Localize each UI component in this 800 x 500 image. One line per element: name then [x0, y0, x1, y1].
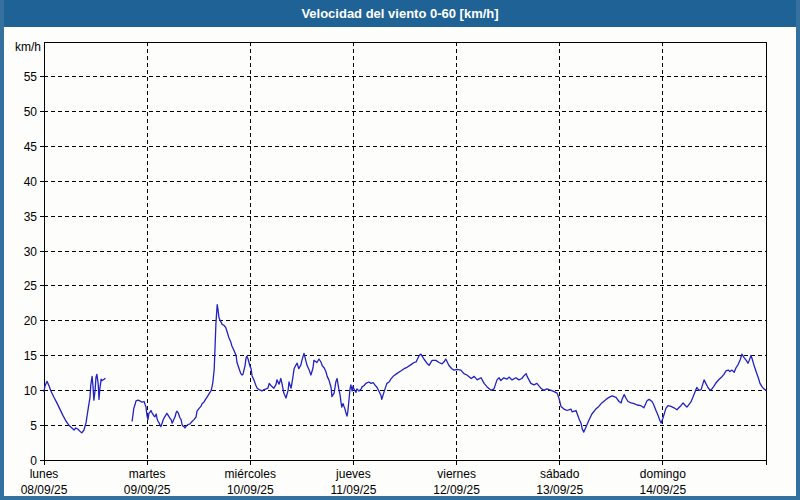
y-tick-label: 5	[30, 419, 37, 433]
y-tick-label: 20	[24, 314, 38, 328]
x-weekday-label: viernes	[437, 467, 476, 481]
y-tick-label: 55	[24, 70, 38, 84]
chart-title: Velocidad del viento 0-60 [km/h]	[301, 6, 498, 21]
y-tick-label: 35	[24, 210, 38, 224]
y-tick-label: 40	[24, 175, 38, 189]
chart-title-bar: Velocidad del viento 0-60 [km/h]	[4, 0, 796, 27]
y-tick-label: 15	[24, 349, 38, 363]
y-axis-unit-label: km/h	[15, 40, 41, 54]
x-weekday-label: miércoles	[225, 467, 276, 481]
x-date-label: 09/09/25	[124, 483, 171, 497]
y-tick-label: 50	[24, 105, 38, 119]
wind-chart-widget: Velocidad del viento 0-60 [km/h] 0510152…	[0, 0, 800, 500]
x-weekday-label: martes	[129, 467, 166, 481]
y-tick-label: 10	[24, 384, 38, 398]
wind-speed-segment	[132, 305, 766, 433]
x-weekday-label: jueves	[335, 467, 371, 481]
chart-svg: 0510152025303540455055km/hlunes08/09/25m…	[4, 27, 800, 500]
x-date-label: 13/09/25	[536, 483, 583, 497]
x-date-label: 08/09/25	[21, 483, 68, 497]
y-tick-label: 30	[24, 245, 38, 259]
y-tick-label: 25	[24, 279, 38, 293]
x-weekday-label: domingo	[640, 467, 686, 481]
x-axis-labels: lunes08/09/25martes09/09/25miércoles10/0…	[21, 467, 687, 497]
x-date-label: 11/09/25	[331, 483, 377, 497]
y-tick-label: 45	[24, 140, 38, 154]
y-axis-labels: 0510152025303540455055km/h	[15, 40, 41, 468]
grid-lines	[40, 42, 766, 465]
y-tick-label: 0	[30, 454, 37, 468]
x-date-label: 14/09/25	[639, 483, 686, 497]
wind-speed-line	[44, 305, 766, 433]
wind-speed-segment	[44, 374, 105, 433]
x-weekday-label: lunes	[30, 467, 59, 481]
x-date-label: 12/09/25	[433, 483, 480, 497]
x-weekday-label: sábado	[540, 467, 580, 481]
x-date-label: 10/09/25	[227, 483, 274, 497]
